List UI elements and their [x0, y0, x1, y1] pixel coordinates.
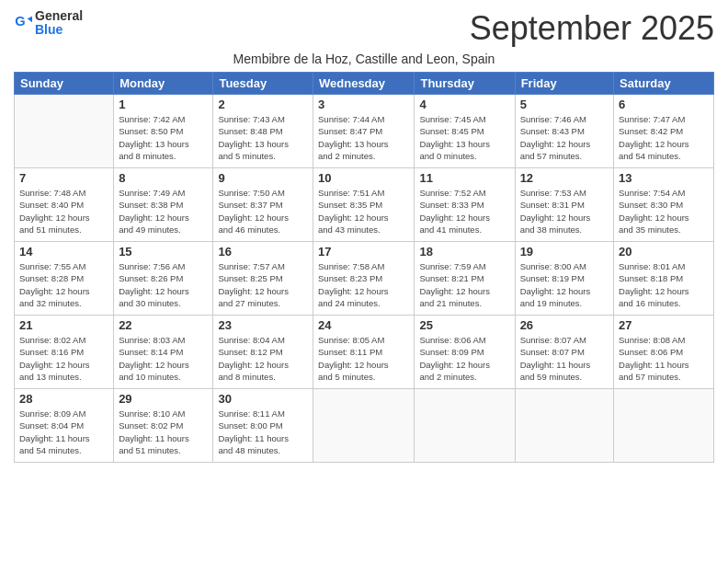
calendar-cell: 13Sunrise: 7:54 AM Sunset: 8:30 PM Dayli…: [614, 168, 714, 242]
day-info: Sunrise: 7:52 AM Sunset: 8:33 PM Dayligh…: [419, 187, 509, 236]
calendar-cell: 6Sunrise: 7:47 AM Sunset: 8:42 PM Daylig…: [614, 95, 714, 168]
calendar-cell: 18Sunrise: 7:59 AM Sunset: 8:21 PM Dayli…: [415, 242, 515, 316]
calendar-cell: 26Sunrise: 8:07 AM Sunset: 8:07 PM Dayli…: [515, 316, 613, 389]
calendar-cell: 21Sunrise: 8:02 AM Sunset: 8:16 PM Dayli…: [15, 316, 114, 389]
day-number: 8: [119, 171, 208, 185]
day-number: 16: [218, 245, 308, 259]
day-info: Sunrise: 7:53 AM Sunset: 8:31 PM Dayligh…: [520, 187, 609, 236]
page-container: G General Blue September 2025 Membibre d…: [0, 0, 728, 472]
calendar-cell: 10Sunrise: 7:51 AM Sunset: 8:35 PM Dayli…: [313, 168, 415, 242]
day-number: 30: [218, 392, 308, 406]
day-number: 23: [218, 318, 308, 332]
weekday-header-saturday: Saturday: [614, 73, 714, 95]
calendar-cell: 5Sunrise: 7:46 AM Sunset: 8:43 PM Daylig…: [515, 95, 613, 168]
day-info: Sunrise: 7:48 AM Sunset: 8:40 PM Dayligh…: [19, 187, 108, 236]
weekday-header-thursday: Thursday: [415, 73, 515, 95]
day-info: Sunrise: 8:06 AM Sunset: 8:09 PM Dayligh…: [419, 334, 509, 383]
day-info: Sunrise: 7:58 AM Sunset: 8:23 PM Dayligh…: [318, 260, 409, 309]
day-number: 1: [119, 98, 208, 111]
calendar-table: SundayMondayTuesdayWednesdayThursdayFrid…: [14, 72, 714, 463]
day-info: Sunrise: 7:59 AM Sunset: 8:21 PM Dayligh…: [419, 260, 509, 309]
calendar-cell: 1Sunrise: 7:42 AM Sunset: 8:50 PM Daylig…: [114, 95, 213, 168]
day-number: 6: [619, 98, 709, 111]
header-row: G General Blue September 2025: [14, 9, 714, 48]
calendar-week-2: 14Sunrise: 7:55 AM Sunset: 8:28 PM Dayli…: [15, 242, 714, 316]
calendar-cell: 2Sunrise: 7:43 AM Sunset: 8:48 PM Daylig…: [213, 95, 313, 168]
calendar-week-0: 1Sunrise: 7:42 AM Sunset: 8:50 PM Daylig…: [15, 95, 714, 168]
calendar-cell: 9Sunrise: 7:50 AM Sunset: 8:37 PM Daylig…: [213, 168, 313, 242]
day-number: 4: [419, 98, 509, 111]
weekday-row: SundayMondayTuesdayWednesdayThursdayFrid…: [15, 73, 714, 95]
day-info: Sunrise: 7:55 AM Sunset: 8:28 PM Dayligh…: [19, 260, 108, 309]
day-info: Sunrise: 7:49 AM Sunset: 8:38 PM Dayligh…: [119, 187, 208, 236]
day-info: Sunrise: 8:09 AM Sunset: 8:04 PM Dayligh…: [19, 408, 108, 456]
calendar-cell: [313, 389, 415, 463]
calendar-cell: 25Sunrise: 8:06 AM Sunset: 8:09 PM Dayli…: [415, 316, 515, 389]
day-number: 29: [119, 392, 208, 406]
calendar-cell: 12Sunrise: 7:53 AM Sunset: 8:31 PM Dayli…: [515, 168, 613, 242]
day-info: Sunrise: 7:45 AM Sunset: 8:45 PM Dayligh…: [419, 113, 509, 162]
day-info: Sunrise: 7:57 AM Sunset: 8:25 PM Dayligh…: [218, 260, 308, 309]
day-number: 18: [419, 245, 509, 259]
calendar-cell: 29Sunrise: 8:10 AM Sunset: 8:02 PM Dayli…: [114, 389, 213, 463]
day-number: 26: [520, 318, 609, 332]
day-info: Sunrise: 8:08 AM Sunset: 8:06 PM Dayligh…: [619, 334, 709, 383]
day-number: 13: [619, 171, 709, 185]
day-number: 27: [619, 318, 709, 332]
day-number: 10: [318, 171, 409, 185]
day-number: 3: [318, 98, 409, 111]
calendar-cell: 15Sunrise: 7:56 AM Sunset: 8:26 PM Dayli…: [114, 242, 213, 316]
calendar-cell: 14Sunrise: 7:55 AM Sunset: 8:28 PM Dayli…: [15, 242, 114, 316]
calendar-cell: 4Sunrise: 7:45 AM Sunset: 8:45 PM Daylig…: [415, 95, 515, 168]
day-info: Sunrise: 8:00 AM Sunset: 8:19 PM Dayligh…: [520, 260, 609, 309]
calendar-header: SundayMondayTuesdayWednesdayThursdayFrid…: [15, 73, 714, 95]
calendar-cell: 17Sunrise: 7:58 AM Sunset: 8:23 PM Dayli…: [313, 242, 415, 316]
logo-line2: Blue: [35, 23, 83, 37]
day-info: Sunrise: 7:54 AM Sunset: 8:30 PM Dayligh…: [619, 187, 709, 236]
calendar-cell: 24Sunrise: 8:05 AM Sunset: 8:11 PM Dayli…: [313, 316, 415, 389]
day-info: Sunrise: 8:10 AM Sunset: 8:02 PM Dayligh…: [119, 408, 208, 456]
day-number: 20: [619, 245, 709, 259]
calendar-cell: 20Sunrise: 8:01 AM Sunset: 8:18 PM Dayli…: [614, 242, 714, 316]
logo-icon: G: [14, 14, 32, 32]
calendar-cell: 22Sunrise: 8:03 AM Sunset: 8:14 PM Dayli…: [114, 316, 213, 389]
day-number: 25: [419, 318, 509, 332]
month-title: September 2025: [470, 9, 714, 48]
day-number: 5: [520, 98, 609, 111]
calendar-cell: 16Sunrise: 7:57 AM Sunset: 8:25 PM Dayli…: [213, 242, 313, 316]
calendar-cell: 3Sunrise: 7:44 AM Sunset: 8:47 PM Daylig…: [313, 95, 415, 168]
calendar-cell: 30Sunrise: 8:11 AM Sunset: 8:00 PM Dayli…: [213, 389, 313, 463]
calendar-cell: 7Sunrise: 7:48 AM Sunset: 8:40 PM Daylig…: [15, 168, 114, 242]
logo-text: General Blue: [35, 9, 83, 38]
day-info: Sunrise: 8:04 AM Sunset: 8:12 PM Dayligh…: [218, 334, 308, 383]
day-info: Sunrise: 7:44 AM Sunset: 8:47 PM Dayligh…: [318, 113, 409, 162]
day-number: 19: [520, 245, 609, 259]
weekday-header-wednesday: Wednesday: [313, 73, 415, 95]
calendar-cell: 23Sunrise: 8:04 AM Sunset: 8:12 PM Dayli…: [213, 316, 313, 389]
day-number: 22: [119, 318, 208, 332]
day-info: Sunrise: 7:42 AM Sunset: 8:50 PM Dayligh…: [119, 113, 208, 162]
day-info: Sunrise: 8:07 AM Sunset: 8:07 PM Dayligh…: [520, 334, 609, 383]
day-info: Sunrise: 8:02 AM Sunset: 8:16 PM Dayligh…: [19, 334, 108, 383]
day-number: 17: [318, 245, 409, 259]
logo-line1: General: [35, 9, 83, 23]
calendar-body: 1Sunrise: 7:42 AM Sunset: 8:50 PM Daylig…: [15, 95, 714, 463]
calendar-cell: 27Sunrise: 8:08 AM Sunset: 8:06 PM Dayli…: [614, 316, 714, 389]
day-number: 24: [318, 318, 409, 332]
location-subtitle: Membibre de la Hoz, Castille and Leon, S…: [14, 52, 714, 66]
day-info: Sunrise: 8:11 AM Sunset: 8:00 PM Dayligh…: [218, 408, 308, 456]
svg-marker-1: [28, 17, 32, 23]
day-info: Sunrise: 7:47 AM Sunset: 8:42 PM Dayligh…: [619, 113, 709, 162]
calendar-cell: [515, 389, 613, 463]
weekday-header-monday: Monday: [114, 73, 213, 95]
day-number: 12: [520, 171, 609, 185]
calendar-cell: 11Sunrise: 7:52 AM Sunset: 8:33 PM Dayli…: [415, 168, 515, 242]
day-number: 15: [119, 245, 208, 259]
day-info: Sunrise: 8:05 AM Sunset: 8:11 PM Dayligh…: [318, 334, 409, 383]
weekday-header-friday: Friday: [515, 73, 613, 95]
weekday-header-tuesday: Tuesday: [213, 73, 313, 95]
day-info: Sunrise: 7:43 AM Sunset: 8:48 PM Dayligh…: [218, 113, 308, 162]
svg-text:G: G: [15, 15, 25, 29]
day-number: 2: [218, 98, 308, 111]
calendar-cell: 8Sunrise: 7:49 AM Sunset: 8:38 PM Daylig…: [114, 168, 213, 242]
